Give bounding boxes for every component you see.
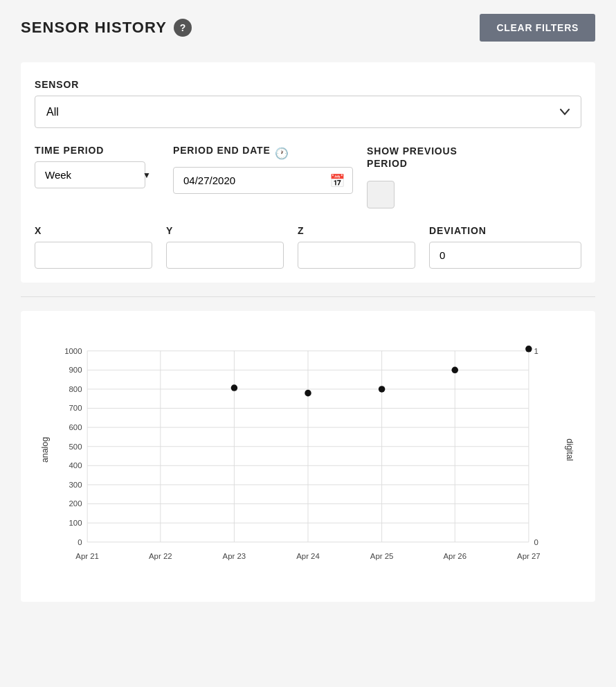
sensor-row: SENSOR All bbox=[35, 79, 581, 128]
sensor-label: SENSOR bbox=[35, 79, 581, 90]
y-input[interactable] bbox=[166, 242, 284, 269]
svg-text:600: 600 bbox=[69, 423, 82, 431]
period-select-wrapper: Week Day Month ▼ bbox=[35, 161, 159, 188]
clear-filters-button[interactable]: CLEAR FILTERS bbox=[480, 14, 595, 42]
deviation-col: DEVIATION bbox=[429, 225, 581, 269]
svg-text:Apr 26: Apr 26 bbox=[443, 552, 466, 560]
svg-point-42 bbox=[525, 346, 532, 353]
y-label: Y bbox=[166, 225, 284, 236]
y-axis-left: 0 100 200 300 400 500 600 700 800 900 10… bbox=[64, 347, 82, 546]
svg-text:500: 500 bbox=[69, 443, 82, 451]
x-input[interactable] bbox=[35, 242, 152, 269]
scatter-chart: 0 100 200 300 400 500 600 700 800 900 10… bbox=[35, 325, 581, 588]
svg-text:1: 1 bbox=[534, 347, 538, 355]
data-points bbox=[231, 346, 532, 396]
svg-text:200: 200 bbox=[69, 500, 82, 508]
left-axis-label: analog bbox=[40, 437, 50, 463]
x-col: X bbox=[35, 225, 152, 269]
period-end-date-label: PERIOD END DATE bbox=[173, 145, 271, 156]
time-period-label: TIME PERIOD bbox=[35, 145, 159, 156]
page-header: SENSOR HISTORY ? CLEAR FILTERS bbox=[21, 14, 595, 42]
period-select[interactable]: Week Day Month bbox=[35, 161, 145, 188]
svg-text:800: 800 bbox=[69, 385, 82, 393]
svg-point-39 bbox=[305, 390, 311, 397]
y-col: Y bbox=[166, 225, 284, 269]
svg-text:0: 0 bbox=[78, 538, 82, 546]
page-title: SENSOR HISTORY bbox=[21, 19, 167, 37]
show-previous-col: SHOW PREVIOUS PERIOD bbox=[367, 145, 478, 208]
help-icon[interactable]: ? bbox=[174, 19, 192, 37]
period-end-date-label-row: PERIOD END DATE 🕐 bbox=[173, 145, 353, 161]
svg-point-40 bbox=[379, 386, 386, 393]
z-label: Z bbox=[298, 225, 415, 236]
svg-text:900: 900 bbox=[69, 366, 82, 374]
deviation-input[interactable] bbox=[429, 242, 581, 269]
grid-lines bbox=[87, 351, 529, 542]
header-left: SENSOR HISTORY ? bbox=[21, 19, 192, 37]
svg-text:100: 100 bbox=[69, 519, 82, 527]
z-input[interactable] bbox=[298, 242, 415, 269]
svg-text:300: 300 bbox=[69, 481, 82, 489]
svg-text:0: 0 bbox=[534, 538, 538, 546]
svg-text:Apr 24: Apr 24 bbox=[296, 552, 320, 560]
right-axis-label: digital bbox=[565, 439, 574, 461]
svg-text:Apr 22: Apr 22 bbox=[149, 552, 172, 560]
svg-point-41 bbox=[451, 367, 458, 374]
svg-text:Apr 21: Apr 21 bbox=[75, 552, 99, 560]
svg-text:Apr 23: Apr 23 bbox=[223, 552, 246, 560]
svg-text:400: 400 bbox=[69, 462, 82, 470]
x-label: X bbox=[35, 225, 152, 236]
show-previous-label: SHOW PREVIOUS PERIOD bbox=[367, 145, 478, 170]
z-col: Z bbox=[298, 225, 415, 269]
x-axis: Apr 21 Apr 22 Apr 23 Apr 24 Apr 25 Apr 2… bbox=[75, 552, 540, 560]
time-period-col: TIME PERIOD Week Day Month ▼ bbox=[35, 145, 159, 188]
svg-text:Apr 25: Apr 25 bbox=[370, 552, 394, 560]
xyz-row: X Y Z DEVIATION bbox=[35, 225, 581, 269]
time-period-row: TIME PERIOD Week Day Month ▼ PERIOD END … bbox=[35, 145, 581, 208]
svg-text:Apr 27: Apr 27 bbox=[517, 552, 541, 560]
show-previous-checkbox[interactable] bbox=[367, 181, 395, 208]
chart-container: 0 100 200 300 400 500 600 700 800 900 10… bbox=[35, 325, 581, 588]
filters-section: SENSOR All TIME PERIOD Week Day Month ▼ … bbox=[21, 62, 595, 283]
y-axis-right: 0 1 bbox=[534, 347, 538, 546]
date-input-wrapper: 📅 bbox=[173, 167, 353, 194]
date-input[interactable] bbox=[173, 167, 353, 194]
svg-point-38 bbox=[231, 385, 238, 392]
svg-text:700: 700 bbox=[69, 404, 82, 413]
section-divider bbox=[21, 296, 595, 297]
period-end-date-col: PERIOD END DATE 🕐 📅 bbox=[173, 145, 353, 194]
clock-icon: 🕐 bbox=[275, 147, 289, 160]
sensor-select[interactable]: All bbox=[35, 96, 581, 128]
svg-text:1000: 1000 bbox=[64, 347, 82, 355]
chart-section: 0 100 200 300 400 500 600 700 800 900 10… bbox=[21, 311, 595, 602]
deviation-label: DEVIATION bbox=[429, 225, 581, 236]
